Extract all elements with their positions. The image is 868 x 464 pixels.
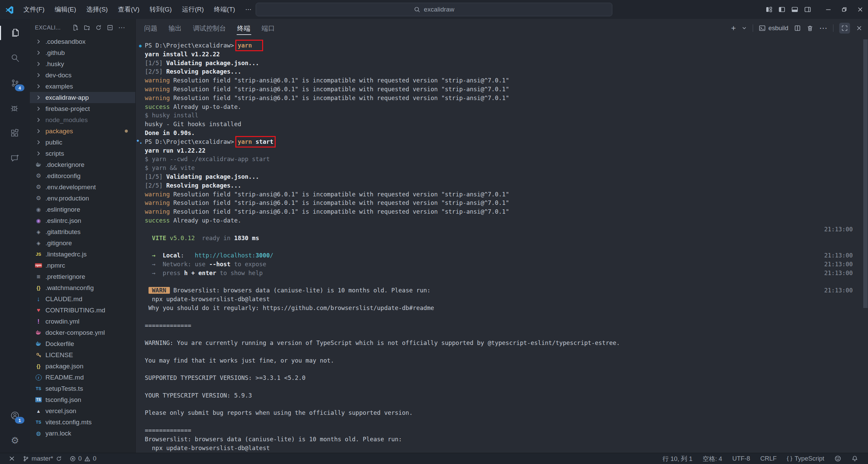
status-eol[interactable]: CRLF — [755, 455, 782, 462]
file-row[interactable]: ⚙.editorconfig — [30, 170, 135, 181]
status-cursor-position[interactable]: 行 10, 列 1 — [657, 455, 697, 463]
terminal-line: warning Resolution field "strip-ansi@6.0… — [145, 208, 868, 216]
activitybar-item-search[interactable] — [0, 45, 30, 71]
activitybar-item-source-control[interactable]: 4 — [0, 71, 30, 96]
status-problems[interactable]: 00 — [66, 455, 100, 462]
menu-item[interactable]: ⋯ — [240, 0, 257, 19]
status-feedback-smiley[interactable] — [829, 455, 846, 462]
status-encoding[interactable]: UTF-8 — [727, 455, 755, 462]
file-row[interactable]: ◉.eslintignore — [30, 204, 135, 215]
item-label: public — [45, 139, 62, 146]
toggle-primary-sidebar-icon[interactable] — [778, 6, 786, 13]
file-row[interactable]: Dockerfile — [30, 338, 135, 349]
item-label: examples — [45, 83, 73, 90]
panel-tab-终端[interactable]: 终端 — [237, 19, 251, 37]
kill-terminal-icon[interactable] — [807, 25, 813, 32]
more-actions-button[interactable]: ⋯ — [819, 24, 827, 32]
panel-tab-输出[interactable]: 输出 — [169, 19, 182, 37]
menu-item[interactable]: 查看(V) — [113, 0, 144, 19]
activitybar-item-accounts[interactable]: 1 — [0, 403, 30, 428]
file-row[interactable]: .dockerignore — [30, 159, 135, 170]
views-more-icon[interactable]: ⋯ — [118, 23, 125, 32]
terminal-output[interactable]: ●PS D:\Project\excalidraw> yarnyarn inst… — [136, 37, 868, 453]
file-row[interactable]: iREADME.md — [30, 372, 135, 383]
activitybar-item-chat[interactable] — [0, 146, 30, 171]
folder-row[interactable]: packages — [30, 125, 135, 137]
folder-row[interactable]: scripts — [30, 148, 135, 159]
terminal-line: husky - Git hooks installed — [145, 120, 868, 129]
activitybar-item-extensions[interactable] — [0, 121, 30, 146]
command-decoration-icon[interactable]: ◆ — [137, 138, 139, 142]
command-decoration-icon[interactable]: ● — [137, 41, 144, 50]
folder-row[interactable]: public — [30, 137, 135, 148]
file-row[interactable]: JS.lintstagedrc.js — [30, 249, 135, 260]
panel-tab-问题[interactable]: 问题 — [144, 19, 157, 37]
folder-row[interactable]: .codesandbox — [30, 36, 135, 47]
file-row[interactable]: TSvitest.config.mts — [30, 417, 135, 428]
window-minimize-button[interactable] — [820, 0, 836, 19]
maximize-panel-icon[interactable] — [839, 23, 850, 34]
file-row[interactable]: ◉.eslintrc.json — [30, 215, 135, 226]
folder-row[interactable]: firebase-project — [30, 103, 135, 114]
collapse-folders-icon[interactable] — [107, 24, 113, 31]
status-indentation[interactable]: 空格: 4 — [697, 455, 727, 463]
folder-row[interactable]: examples — [30, 81, 135, 92]
status-notifications-bell[interactable] — [846, 455, 863, 462]
folder-row[interactable]: dev-docs — [30, 70, 135, 81]
panel-tab-调试控制台[interactable]: 调试控制台 — [193, 19, 226, 37]
terminal-line: Why you should do it regularly: https://… — [145, 304, 868, 313]
window-restore-button[interactable] — [836, 0, 852, 19]
file-row[interactable]: ◈.gitattributes — [30, 226, 135, 237]
activitybar-item-run-and-debug[interactable] — [0, 96, 30, 121]
customize-layout-icon[interactable] — [765, 6, 773, 13]
terminal-line: YOUR TYPESCRIPT VERSION: 5.9.3 — [145, 391, 868, 400]
menu-item[interactable]: 文件(F) — [18, 0, 50, 19]
terminal-line: $ yarn --cwd ./excalidraw-app start — [145, 155, 868, 164]
new-terminal-button[interactable]: + — [731, 24, 736, 32]
refresh-explorer-icon[interactable] — [95, 24, 102, 31]
file-row[interactable]: !crowdin.yml — [30, 316, 135, 327]
toggle-secondary-sidebar-icon[interactable] — [804, 6, 811, 13]
status-git-branch[interactable]: master* — [19, 455, 66, 462]
launch-profile-icon[interactable] — [742, 25, 747, 31]
file-row[interactable]: ▲vercel.json — [30, 405, 135, 417]
file-row[interactable]: ◈.gitignore — [30, 237, 135, 249]
file-row[interactable]: ◍yarn.lock — [30, 428, 135, 439]
file-row[interactable]: ↓CLAUDE.md — [30, 293, 135, 305]
file-row[interactable]: TStsconfig.json — [30, 394, 135, 405]
folder-row[interactable]: .github — [30, 47, 135, 58]
file-row[interactable]: ♥CONTRIBUTING.md — [30, 305, 135, 316]
activitybar-item-explorer[interactable] — [0, 20, 30, 45]
file-row[interactable]: LICENSE — [30, 349, 135, 361]
file-row[interactable]: ⚙.env.development — [30, 181, 135, 193]
window-close-button[interactable] — [852, 0, 868, 19]
split-terminal-icon[interactable] — [794, 25, 801, 32]
command-center-search[interactable]: excalidraw — [256, 3, 612, 16]
folder-row[interactable]: excalidraw-app — [30, 92, 135, 103]
folder-row[interactable]: .husky — [30, 58, 135, 70]
file-row[interactable]: {}package.json — [30, 361, 135, 372]
close-panel-icon[interactable] — [856, 25, 863, 32]
file-row[interactable]: TSsetupTests.ts — [30, 383, 135, 394]
file-row[interactable]: ≡.prettierignore — [30, 271, 135, 282]
menu-item[interactable]: 运行(R) — [177, 0, 209, 19]
gear-icon: ⚙ — [34, 183, 43, 191]
panel-tab-端口[interactable]: 端口 — [262, 19, 275, 37]
menu-item[interactable]: 转到(G) — [144, 0, 177, 19]
menu-item[interactable]: 终端(T) — [209, 0, 240, 19]
menu-item[interactable]: 编辑(E) — [50, 0, 81, 19]
file-row[interactable]: ⚙.env.production — [30, 193, 135, 204]
activitybar-item-settings[interactable]: ⚙ — [0, 428, 30, 453]
status-language-mode[interactable]: { }TypeScript — [782, 455, 830, 462]
file-row[interactable]: npm.npmrc — [30, 260, 135, 271]
file-row[interactable]: docker-compose.yml — [30, 327, 135, 338]
toggle-panel-icon[interactable] — [791, 6, 798, 13]
file-row[interactable]: {}.watchmanconfig — [30, 282, 135, 293]
new-file-icon[interactable] — [72, 24, 79, 31]
menu-item[interactable]: 选择(S) — [81, 0, 113, 19]
terminal-tab-esbuild-icon[interactable]: esbuild — [759, 24, 788, 32]
folder-row[interactable]: node_modules — [30, 114, 135, 125]
terminal-line: [2/5] Resolving packages... — [145, 181, 868, 190]
status-remote-indicator[interactable] — [5, 455, 19, 462]
new-folder-icon[interactable] — [84, 24, 90, 31]
